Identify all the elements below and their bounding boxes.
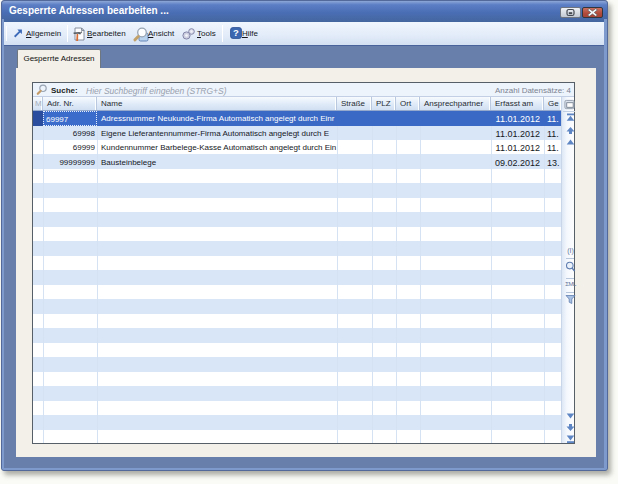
svg-text:?: ? xyxy=(233,27,239,38)
